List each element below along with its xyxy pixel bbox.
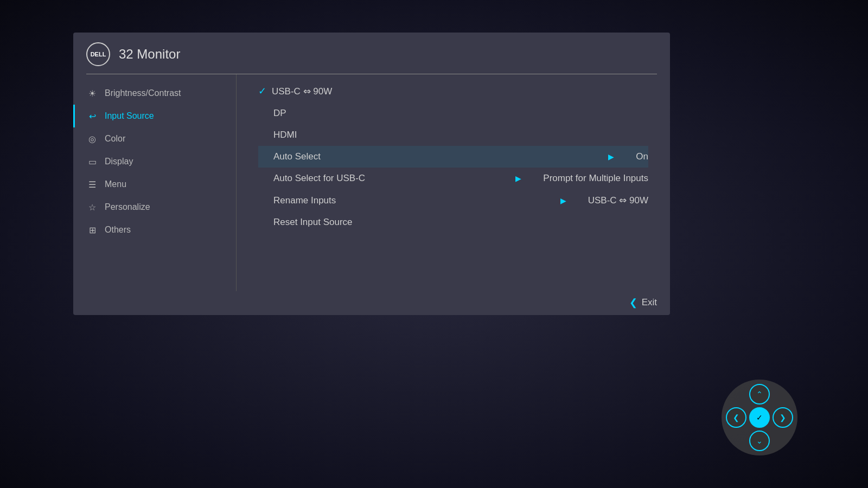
sidebar-item-color[interactable]: ◎ Color bbox=[73, 127, 236, 150]
content-panel: ✓ USB-C ⇔ 90W DP HDMI Auto Select ▶ On A… bbox=[236, 74, 670, 291]
content-label-rename: Rename Inputs bbox=[258, 195, 560, 206]
content-label-usbc: USB-C ⇔ 90W bbox=[272, 86, 648, 97]
exit-chevron-icon: ❮ bbox=[629, 297, 637, 309]
sidebar-item-others-label: Others bbox=[105, 225, 131, 235]
dpad-right-button[interactable]: ❯ bbox=[773, 407, 793, 428]
dpad-up-icon: ⌃ bbox=[756, 390, 763, 399]
content-value-auto-select-usbc: Prompt for Multiple Inputs bbox=[543, 173, 648, 184]
content-label-hdmi: HDMI bbox=[258, 130, 648, 140]
personalize-icon: ☆ bbox=[86, 201, 98, 213]
exit-label: Exit bbox=[642, 297, 657, 308]
dpad-left-button[interactable]: ❮ bbox=[726, 407, 746, 428]
content-item-reset[interactable]: Reset Input Source bbox=[258, 211, 648, 233]
sidebar-item-menu-label: Menu bbox=[105, 179, 126, 189]
dpad-right-icon: ❯ bbox=[780, 413, 786, 422]
content-value-auto-select: On bbox=[636, 151, 648, 162]
dpad-center-icon: ✓ bbox=[756, 413, 763, 422]
sidebar-item-display[interactable]: ▭ Display bbox=[73, 150, 236, 173]
content-label-auto-select-usbc: Auto Select for USB-C bbox=[258, 173, 515, 184]
content-item-auto-select[interactable]: Auto Select ▶ On bbox=[258, 146, 648, 168]
sidebar-item-color-label: Color bbox=[105, 134, 125, 144]
sidebar-item-input-source[interactable]: ↩ Input Source bbox=[73, 105, 236, 127]
content-item-rename[interactable]: Rename Inputs ▶ USB-C ⇔ 90W bbox=[258, 189, 648, 211]
osd-title: 32 Monitor bbox=[119, 47, 180, 62]
check-icon-usbc: ✓ bbox=[258, 85, 266, 97]
dell-logo: DELL bbox=[86, 42, 110, 66]
sidebar-item-personalize-label: Personalize bbox=[105, 202, 150, 212]
arrow-icon-auto-select: ▶ bbox=[608, 152, 614, 161]
dpad-center-button[interactable]: ✓ bbox=[749, 407, 770, 428]
dpad-down-button[interactable]: ⌄ bbox=[749, 431, 770, 451]
arrow-icon-rename: ▶ bbox=[560, 196, 566, 205]
osd-header: DELL 32 Monitor bbox=[73, 33, 670, 74]
exit-button[interactable]: ❮ Exit bbox=[616, 290, 670, 315]
sidebar-item-menu[interactable]: ☰ Menu bbox=[73, 173, 236, 196]
arrow-icon-auto-select-usbc: ▶ bbox=[515, 174, 521, 183]
input-source-icon: ↩ bbox=[86, 110, 98, 122]
sidebar-item-display-label: Display bbox=[105, 157, 133, 166]
content-value-rename: USB-C ⇔ 90W bbox=[588, 195, 648, 206]
content-label-reset: Reset Input Source bbox=[258, 217, 648, 228]
content-label-auto-select: Auto Select bbox=[258, 151, 608, 162]
content-item-auto-select-usbc[interactable]: Auto Select for USB-C ▶ Prompt for Multi… bbox=[258, 168, 648, 189]
osd-body: ☀ Brightness/Contrast ↩ Input Source ◎ C… bbox=[73, 74, 670, 291]
dpad-left-icon: ❮ bbox=[733, 413, 739, 422]
dpad-up-button[interactable]: ⌃ bbox=[749, 384, 770, 404]
sidebar-item-input-source-label: Input Source bbox=[105, 111, 154, 121]
others-icon: ⊞ bbox=[86, 224, 98, 236]
sidebar-item-brightness[interactable]: ☀ Brightness/Contrast bbox=[73, 82, 236, 105]
content-item-dp[interactable]: DP bbox=[258, 102, 648, 124]
osd-menu: DELL 32 Monitor ☀ Brightness/Contrast ↩ … bbox=[73, 33, 670, 315]
display-icon: ▭ bbox=[86, 156, 98, 168]
sidebar-item-personalize[interactable]: ☆ Personalize bbox=[73, 196, 236, 219]
color-icon: ◎ bbox=[86, 133, 98, 145]
sidebar-item-brightness-label: Brightness/Contrast bbox=[105, 88, 181, 98]
content-item-hdmi[interactable]: HDMI bbox=[258, 124, 648, 146]
sidebar-item-others[interactable]: ⊞ Others bbox=[73, 219, 236, 241]
menu-icon: ☰ bbox=[86, 178, 98, 190]
dpad-controller: ⌃ ⌄ ❮ ❯ ✓ bbox=[722, 380, 797, 455]
dpad-down-icon: ⌄ bbox=[756, 436, 763, 445]
content-label-dp: DP bbox=[258, 108, 648, 119]
content-item-usbc[interactable]: ✓ USB-C ⇔ 90W bbox=[258, 80, 648, 102]
brightness-icon: ☀ bbox=[86, 87, 98, 99]
sidebar: ☀ Brightness/Contrast ↩ Input Source ◎ C… bbox=[73, 74, 236, 291]
